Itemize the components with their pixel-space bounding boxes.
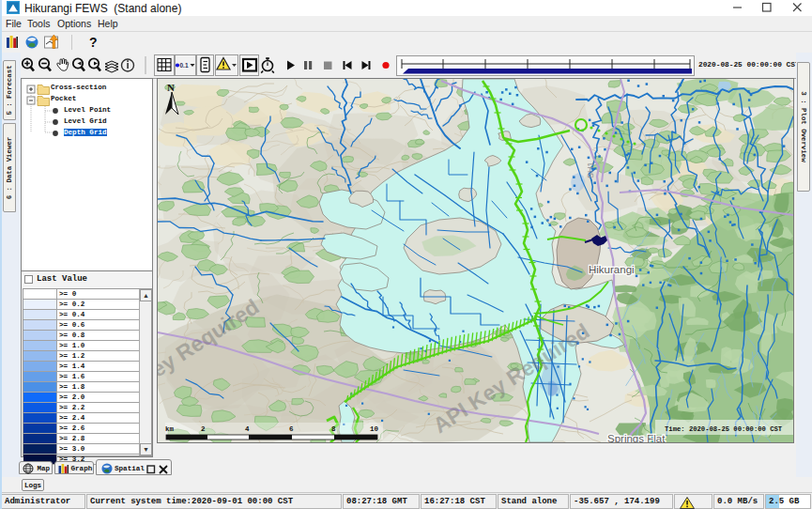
svg-text:2: 2 <box>201 425 206 433</box>
svg-text:8: 8 <box>331 425 336 433</box>
svg-text:SH1: SH1 <box>586 162 595 178</box>
svg-text:Hikurangi: Hikurangi <box>589 264 635 275</box>
svg-text:10: 10 <box>370 425 379 433</box>
svg-text:6: 6 <box>289 425 294 433</box>
svg-text:4: 4 <box>245 425 250 433</box>
svg-text:N: N <box>167 82 175 93</box>
svg-text:Time: 2020-08-25 00:00:00 CST: Time: 2020-08-25 00:00:00 CST <box>665 425 783 433</box>
svg-text:km: km <box>165 425 175 433</box>
svg-text:?: ? <box>89 35 98 50</box>
svg-text:0.1: 0.1 <box>180 62 189 69</box>
